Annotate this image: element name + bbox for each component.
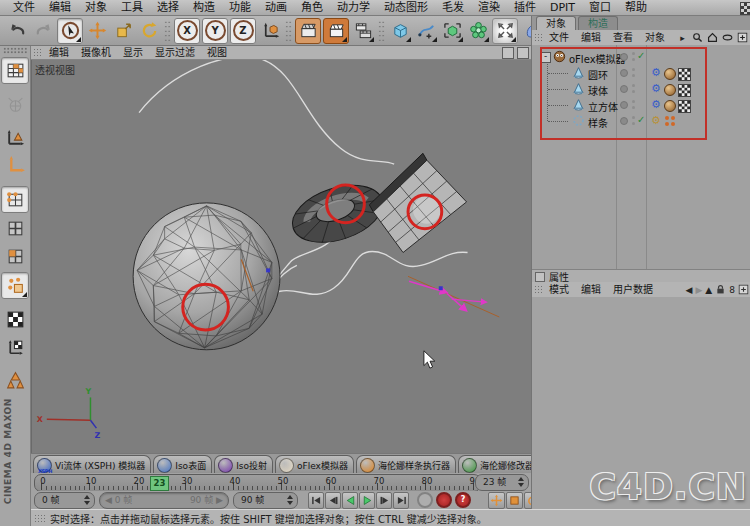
add-array-button[interactable] [466,19,490,43]
shelf-tab[interactable]: XSPHVi流体 (XSPH) 模拟器 [33,455,151,474]
make-editable-button[interactable] [1,57,29,84]
ball-tag-icon[interactable] [664,100,676,112]
tree-root-item[interactable]: -oFlex模拟器✓ [532,49,750,65]
lock-icon[interactable] [715,284,726,295]
frame-spinner[interactable]: 23 帧 [475,474,529,491]
add-panel-icon[interactable] [736,31,749,44]
spline-point[interactable] [266,268,270,272]
menubar-item[interactable]: 对象 [78,1,114,15]
record-scale-button[interactable] [506,492,523,509]
move-button[interactable] [85,19,109,43]
shelf-tab[interactable]: Iso投射 [214,455,273,474]
record-disabled-button[interactable] [417,492,433,508]
dots-tag-icon[interactable] [664,115,676,127]
tree-item[interactable]: 球体⚙ [532,81,750,97]
rotate-button[interactable] [137,19,161,43]
shelf-tab[interactable]: 海伦娜修改器 [458,455,533,474]
add-spline-button[interactable] [414,19,438,43]
frame-range-slider[interactable]: ◀ 0 帧 90 帧 ▶ [99,492,229,509]
next-key-button[interactable] [376,492,392,509]
menubar-item[interactable]: 文件 [6,1,42,15]
current-frame-marker[interactable]: 23 [150,476,169,491]
menubar-item[interactable]: 动态图形 [377,1,435,15]
convert-button[interactable] [2,92,28,117]
menubar-item[interactable]: 窗口 [582,1,618,15]
go-to-end-button[interactable] [393,492,409,509]
go-to-start-button[interactable] [308,492,324,509]
polygons-mode-button[interactable] [2,244,28,269]
spinner-arrows-icon[interactable] [517,477,524,487]
menubar-item[interactable]: 动力学 [330,1,377,15]
panel-box-icon[interactable] [535,272,545,282]
tab-构造[interactable]: 构造 [578,16,618,30]
viewport-grip[interactable] [33,48,43,57]
menubar-item[interactable]: DPIT [543,1,582,15]
add-generator-button[interactable] [440,19,464,43]
attributes-menu-item[interactable]: 模式 [543,283,575,297]
render-queue-button[interactable] [351,19,375,43]
lock-z-button[interactable]: Z [230,18,256,44]
record-button[interactable] [436,492,452,508]
scale-button[interactable] [111,19,135,43]
add-panel-icon[interactable] [738,284,749,295]
gear-blue-tag-icon[interactable]: ⚙ [650,67,662,79]
expand-arrow-icon[interactable]: ▸ [676,31,689,44]
menubar-item[interactable]: 工具 [114,1,150,15]
menubar-item[interactable]: 毛发 [435,1,471,15]
gear-blue-tag-icon[interactable]: ⚙ [650,83,662,95]
menubar-item[interactable]: 渲染 [471,1,507,15]
forward-icon[interactable]: ▶ [695,285,702,295]
tree-item[interactable]: 样条✓⚙ [532,113,750,129]
shelf-tab[interactable]: 海伦娜样条执行器 [356,455,456,474]
panel-grip[interactable] [534,33,543,42]
checker-tag-icon[interactable] [678,68,691,81]
redo-button[interactable] [31,19,55,43]
history-icon[interactable]: 8 [729,285,735,295]
viewport-menu-item[interactable]: 显示 [117,46,149,60]
spinner-arrows-icon[interactable] [286,495,293,505]
spinner-arrows-icon[interactable] [83,495,90,505]
previous-key-button[interactable] [325,492,341,509]
menubar-item[interactable]: 构造 [186,1,222,15]
edges-mode-button[interactable] [2,216,28,241]
lock-x-button[interactable]: X [174,18,200,44]
live-selection-button[interactable] [57,18,83,44]
undo-button[interactable] [5,19,29,43]
model-mode-button[interactable] [2,125,28,150]
visibility-dot-small[interactable] [632,106,635,109]
gear-blue-tag-icon[interactable]: ⚙ [650,99,662,111]
menubar-item[interactable]: 插件 [507,1,543,15]
object-label[interactable]: 圆环 [588,67,608,82]
tab-对象[interactable]: 对象 [536,16,576,30]
render-settings-button[interactable] [323,18,349,44]
viewport-menu-item[interactable]: 视图 [201,46,233,60]
record-help-button[interactable]: ? [455,492,471,508]
window-layout-icon[interactable] [740,2,750,15]
texture-mode-button[interactable] [2,307,28,332]
viewport-menu-item[interactable]: 显示过滤 [149,46,201,60]
visibility-dot-small[interactable] [632,74,635,77]
start-frame-spinner[interactable]: 0 帧 [34,492,95,509]
home-icon[interactable] [706,31,719,44]
viewport-canvas[interactable]: X Y Z 透视视图 [31,60,533,454]
render-view-button[interactable] [295,18,321,44]
tree-item[interactable]: 圆环⚙ [532,65,750,81]
menubar-item[interactable]: 功能 [222,1,258,15]
menubar-item[interactable]: 编辑 [42,1,78,15]
scene[interactable]: X Y Z [32,60,530,451]
menubar-item[interactable]: 角色 [294,1,330,15]
add-primitive-button[interactable] [388,19,412,43]
viewport-menu-item[interactable]: 摄像机 [75,46,117,60]
viewport-maximize-icon[interactable] [517,47,529,59]
object-label[interactable]: 样条 [588,115,608,130]
play-forward-button[interactable] [359,492,375,509]
visibility-dot-small[interactable] [632,84,635,87]
object-manager-menu-item[interactable]: 对象 [639,31,671,45]
snap-button[interactable] [1,272,29,299]
up-icon[interactable]: ▲ [705,285,712,295]
menubar-item[interactable]: 选择 [150,1,186,15]
add-deformer-button[interactable] [492,18,518,44]
play-backward-button[interactable] [342,492,358,509]
animation-mode-button[interactable] [2,368,28,393]
visibility-dot-small[interactable] [632,90,635,93]
